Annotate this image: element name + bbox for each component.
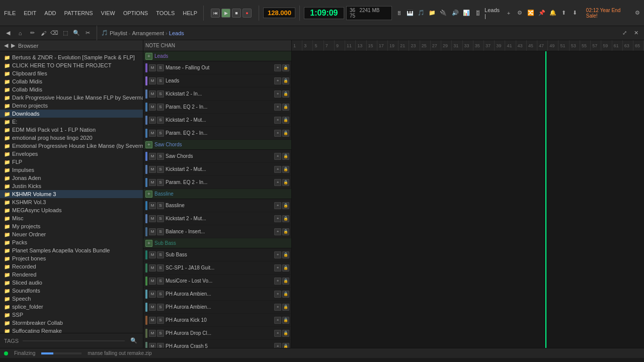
solo-btn-0-1[interactable]: S xyxy=(157,77,164,84)
mute-btn-0-0[interactable]: M xyxy=(149,64,156,71)
channel-row-0-0[interactable]: M S Manse - Falling Out + 🔒 xyxy=(143,61,291,74)
add-section-3[interactable]: + xyxy=(145,240,152,247)
ruler-mark-21[interactable]: 43 xyxy=(516,40,527,51)
sidebar-item-5[interactable]: 📁Dark Progressive House Like Manse FLP b… xyxy=(0,94,143,102)
mute-btn-3-5[interactable]: M xyxy=(149,317,156,324)
solo-btn-1-1[interactable]: S xyxy=(157,166,164,173)
lock-btn-0-3[interactable]: 🔒 xyxy=(282,104,289,111)
tags-search[interactable]: 🔍 xyxy=(129,336,139,346)
channel-row-3-2[interactable]: M S MusiCore - Lost Vo... + 🔒 xyxy=(143,275,291,288)
sidebar-item-24[interactable]: 📁Planet Samples Acapella Vocals Bundle xyxy=(0,246,143,254)
paint-tool[interactable]: 🖌 xyxy=(38,28,48,38)
channel-row-1-1[interactable]: M S Kickstart 2 - Mut... + 🔒 xyxy=(143,163,291,176)
sidebar-item-9[interactable]: 📁EDM Midi Pack vol 1 - FLP Nation xyxy=(0,126,143,134)
sidebar-item-1[interactable]: 📁CLICK HERE TO OPEN THE PROJECT xyxy=(0,61,143,69)
channel-row-3-5[interactable]: M S PH Aurora Kick 10 + 🔒 xyxy=(143,314,291,327)
play-btn[interactable]: ▶ xyxy=(221,9,230,18)
mute-btn-0-5[interactable]: M xyxy=(149,130,156,137)
ruler-mark-14[interactable]: 29 xyxy=(441,40,452,51)
lock-btn-3-1[interactable]: 🔒 xyxy=(282,264,289,272)
lock-btn-0-4[interactable]: 🔒 xyxy=(282,117,289,124)
sidebar-item-33[interactable]: 📁Stormbreaker Collab xyxy=(0,319,143,327)
ruler-mark-4[interactable]: 9 xyxy=(335,40,345,51)
ruler-mark-32[interactable]: 65 xyxy=(633,40,644,51)
ruler-mark-29[interactable]: 59 xyxy=(601,40,612,51)
sidebar-item-32[interactable]: 📁SSP xyxy=(0,311,143,319)
mute-btn-2-0[interactable]: M xyxy=(149,202,156,209)
sidebar-item-7[interactable]: 📁Downloads xyxy=(0,110,143,118)
mute-btn-3-7[interactable]: M xyxy=(149,343,156,348)
stop-btn[interactable]: ■ xyxy=(232,9,241,18)
lock-btn-0-5[interactable]: 🔒 xyxy=(282,130,289,137)
mute-btn-3-2[interactable]: M xyxy=(149,278,156,285)
mute-btn-2-1[interactable]: M xyxy=(149,215,156,222)
leads-btn-2[interactable]: 📊 xyxy=(461,8,471,18)
sidebar-item-20[interactable]: 📁Misc xyxy=(0,214,143,222)
mute-btn-1-2[interactable]: M xyxy=(149,179,156,186)
channel-row-3-0[interactable]: M S Sub Bass + 🔒 xyxy=(143,248,291,261)
lock-btn-0-0[interactable]: 🔒 xyxy=(282,64,289,71)
sidebar-item-28[interactable]: 📁Sliced audio xyxy=(0,279,143,287)
solo-btn-3-1[interactable]: S xyxy=(157,264,164,272)
ruler-mark-26[interactable]: 53 xyxy=(570,40,580,51)
add-btn-2-2[interactable]: + xyxy=(274,228,281,235)
lock-btn-1-1[interactable]: 🔒 xyxy=(282,166,289,173)
breadcrumb-playlist[interactable]: 🎵 xyxy=(101,30,108,36)
sidebar-item-29[interactable]: 📁Soundfonts xyxy=(0,287,143,295)
ruler-mark-5[interactable]: 11 xyxy=(345,40,356,51)
mute-btn-0-4[interactable]: M xyxy=(149,117,156,124)
ruler-mark-12[interactable]: 25 xyxy=(420,40,431,51)
sidebar-item-19[interactable]: 📁MEGAsync Uploads xyxy=(0,206,143,214)
mute-btn-0-3[interactable]: M xyxy=(149,104,156,111)
sidebar-item-8[interactable]: 📁E: xyxy=(0,118,143,126)
add-btn-3-3[interactable]: + xyxy=(274,291,281,298)
sidebar-item-6[interactable]: 📁Demo projects xyxy=(0,102,143,110)
solo-btn-2-1[interactable]: S xyxy=(157,215,164,222)
add-btn-3-0[interactable]: + xyxy=(274,251,281,258)
add-btn-2-1[interactable]: + xyxy=(274,215,281,222)
add-btn-3-4[interactable]: + xyxy=(274,304,281,311)
add-btn-1-2[interactable]: + xyxy=(274,179,281,186)
cut-tool[interactable]: ✂ xyxy=(83,28,93,38)
sidebar-item-13[interactable]: 📁FLP xyxy=(0,158,143,166)
menu-file[interactable]: FILE xyxy=(2,9,18,17)
leads-btn-3[interactable]: 🎛 xyxy=(472,8,482,18)
solo-btn-0-0[interactable]: S xyxy=(157,64,164,71)
add-btn-3-6[interactable]: + xyxy=(274,330,281,337)
sidebar-item-3[interactable]: 📁Collab Midis xyxy=(0,77,143,85)
sidebar-item-22[interactable]: 📁Neuer Ordner xyxy=(0,230,143,238)
ruler-mark-8[interactable]: 17 xyxy=(377,40,388,51)
playlist-home[interactable]: ⌂ xyxy=(15,28,25,38)
select-tool[interactable]: ⬚ xyxy=(60,28,70,38)
tool-mixer[interactable]: 🎚 xyxy=(394,8,404,18)
add-btn-0-4[interactable]: + xyxy=(274,117,281,124)
lock-btn-2-2[interactable]: 🔒 xyxy=(282,228,289,235)
solo-btn-1-0[interactable]: S xyxy=(157,153,164,160)
sidebar-item-23[interactable]: 📁Packs xyxy=(0,238,143,246)
menu-edit[interactable]: EDIT xyxy=(22,9,38,17)
ruler-mark-23[interactable]: 47 xyxy=(537,40,548,51)
ruler-mark-22[interactable]: 45 xyxy=(527,40,537,51)
sidebar-item-34[interactable]: 📁Suffocating Remake xyxy=(0,327,143,333)
ruler-mark-24[interactable]: 49 xyxy=(548,40,558,51)
add-btn-3-1[interactable]: + xyxy=(274,264,281,272)
ruler-mark-9[interactable]: 19 xyxy=(388,40,398,51)
channel-row-2-2[interactable]: M S Balance - Insert... + 🔒 xyxy=(143,225,291,238)
lock-btn-1-2[interactable]: 🔒 xyxy=(282,179,289,186)
sidebar-item-30[interactable]: 📁Speech xyxy=(0,295,143,303)
channel-row-3-4[interactable]: M S PH Aurora Ambien... + 🔒 xyxy=(143,301,291,314)
solo-btn-2-2[interactable]: S xyxy=(157,228,164,235)
menu-tools[interactable]: TOOLS xyxy=(154,9,177,17)
solo-btn-3-3[interactable]: S xyxy=(157,291,164,298)
mute-btn-3-4[interactable]: M xyxy=(149,304,156,311)
sidebar-item-2[interactable]: 📁Clipboard files xyxy=(0,69,143,77)
leads-btn-1[interactable]: 🔊 xyxy=(450,8,460,18)
menu-help[interactable]: HELP xyxy=(181,9,199,17)
ruler-mark-27[interactable]: 55 xyxy=(580,40,591,51)
lock-btn-1-0[interactable]: 🔒 xyxy=(282,153,289,160)
sidebar-item-21[interactable]: 📁My projects xyxy=(0,222,143,230)
channel-row-3-1[interactable]: M S SC-SP1 - JA18 Guit... + 🔒 xyxy=(143,261,291,275)
sidebar-item-4[interactable]: 📁Collab Midis xyxy=(0,85,143,94)
ruler-mark-20[interactable]: 41 xyxy=(505,40,516,51)
lock-btn-3-2[interactable]: 🔒 xyxy=(282,278,289,285)
